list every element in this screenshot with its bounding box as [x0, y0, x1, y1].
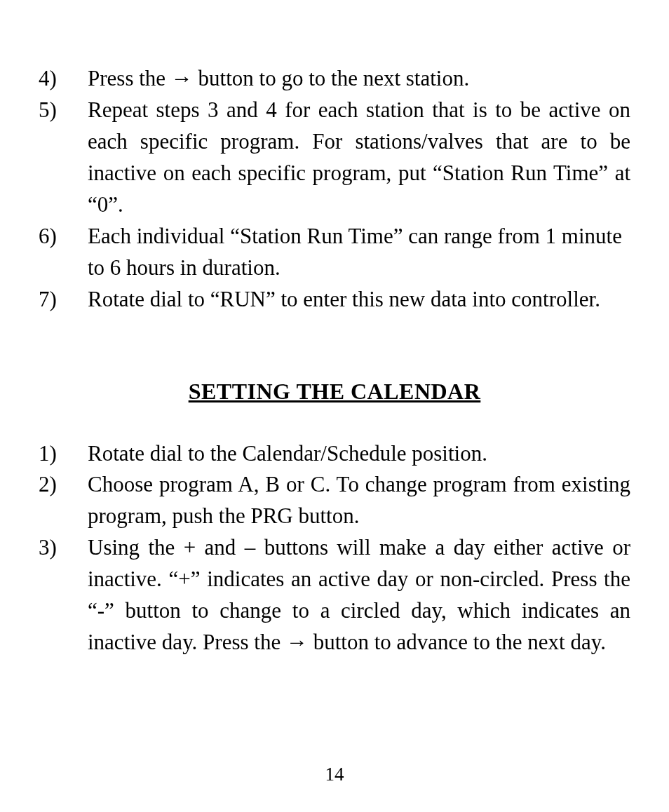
list-item: 4) Press the → button to go to the next …	[39, 63, 630, 95]
list-marker: 7)	[39, 284, 88, 316]
list-text: Choose program A, B or C. To change prog…	[88, 469, 630, 532]
document-page: 4) Press the → button to go to the next …	[0, 0, 669, 812]
instruction-list-2: 1) Rotate dial to the Calendar/Schedule …	[39, 438, 630, 659]
list-item: 3) Using the + and – buttons will make a…	[39, 532, 630, 658]
list-marker: 3)	[39, 532, 88, 564]
list-item: 1) Rotate dial to the Calendar/Schedule …	[39, 438, 630, 470]
list-marker: 6)	[39, 221, 88, 252]
list-text: Press the → button to go to the next sta…	[88, 63, 630, 95]
list-item: 6) Each individual “Station Run Time” ca…	[39, 221, 630, 284]
list-marker: 4)	[39, 63, 88, 95]
section-heading: SETTING THE CALENDAR	[39, 379, 630, 405]
list-text: Repeat steps 3 and 4 for each station th…	[88, 95, 630, 221]
list-marker: 5)	[39, 95, 88, 126]
instruction-list-1: 4) Press the → button to go to the next …	[39, 63, 630, 316]
list-item: 5) Repeat steps 3 and 4 for each station…	[39, 95, 630, 221]
page-number: 14	[0, 764, 669, 785]
list-item: 2) Choose program A, B or C. To change p…	[39, 469, 630, 532]
list-item: 7) Rotate dial to “RUN” to enter this ne…	[39, 284, 630, 316]
list-marker: 1)	[39, 438, 88, 470]
list-text: Each individual “Station Run Time” can r…	[88, 221, 630, 284]
list-text: Using the + and – buttons will make a da…	[88, 532, 630, 658]
list-marker: 2)	[39, 469, 88, 501]
list-text: Rotate dial to the Calendar/Schedule pos…	[88, 438, 630, 470]
list-text: Rotate dial to “RUN” to enter this new d…	[88, 284, 630, 316]
